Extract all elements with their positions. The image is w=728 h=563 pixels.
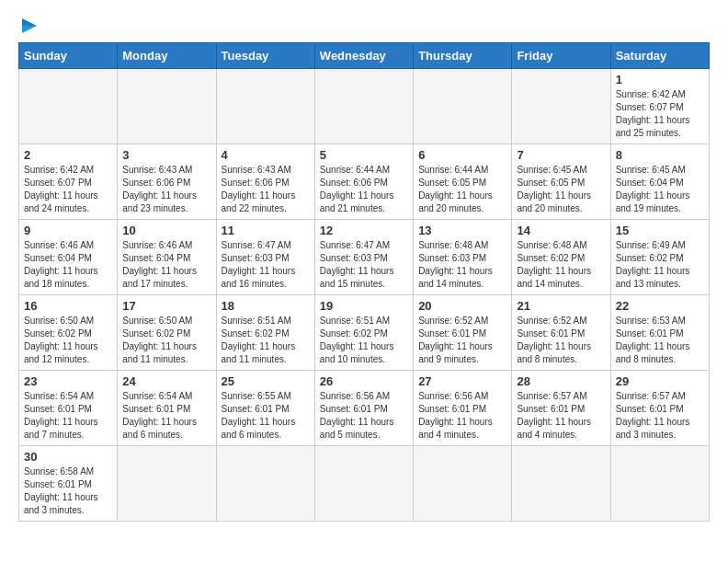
day-number: 12 (320, 224, 408, 237)
calendar-cell (414, 69, 512, 144)
day-number: 17 (122, 299, 210, 313)
day-number: 10 (122, 224, 210, 237)
day-info: Sunrise: 6:43 AM Sunset: 6:06 PM Dayligh… (122, 164, 210, 215)
day-info: Sunrise: 6:54 AM Sunset: 6:01 PM Dayligh… (122, 390, 210, 442)
day-number: 20 (418, 299, 506, 313)
day-info: Sunrise: 6:44 AM Sunset: 6:05 PM Dayligh… (418, 164, 506, 215)
day-info: Sunrise: 6:52 AM Sunset: 6:01 PM Dayligh… (517, 315, 605, 366)
day-info: Sunrise: 6:48 AM Sunset: 6:02 PM Dayligh… (517, 239, 605, 291)
calendar-cell: 25Sunrise: 6:55 AM Sunset: 6:01 PM Dayli… (216, 371, 314, 446)
calendar-cell: 19Sunrise: 6:51 AM Sunset: 6:02 PM Dayli… (314, 295, 413, 371)
calendar-cell: 28Sunrise: 6:57 AM Sunset: 6:01 PM Dayli… (512, 371, 610, 446)
week-row-4: 16Sunrise: 6:50 AM Sunset: 6:02 PM Dayli… (19, 295, 710, 371)
calendar-table: SundayMondayTuesdayWednesdayThursdayFrid… (18, 42, 710, 522)
calendar-cell: 17Sunrise: 6:50 AM Sunset: 6:02 PM Dayli… (118, 295, 216, 371)
day-info: Sunrise: 6:53 AM Sunset: 6:01 PM Dayligh… (616, 315, 704, 366)
day-number: 22 (616, 299, 704, 313)
day-info: Sunrise: 6:46 AM Sunset: 6:04 PM Dayligh… (122, 239, 210, 291)
calendar-cell: 8Sunrise: 6:45 AM Sunset: 6:04 PM Daylig… (610, 144, 709, 220)
week-row-2: 2Sunrise: 6:42 AM Sunset: 6:07 PM Daylig… (19, 144, 710, 220)
col-header-monday: Monday (118, 43, 216, 69)
calendar-cell: 7Sunrise: 6:45 AM Sunset: 6:05 PM Daylig… (512, 144, 610, 220)
calendar-header-row: SundayMondayTuesdayWednesdayThursdayFrid… (19, 43, 710, 69)
day-number: 14 (517, 224, 605, 237)
day-number: 24 (122, 374, 210, 388)
day-number: 21 (517, 299, 605, 313)
day-number: 1 (616, 73, 704, 86)
day-number: 5 (320, 148, 408, 162)
calendar-cell: 16Sunrise: 6:50 AM Sunset: 6:02 PM Dayli… (19, 295, 118, 371)
calendar-cell: 22Sunrise: 6:53 AM Sunset: 6:01 PM Dayli… (610, 295, 709, 371)
calendar-cell: 6Sunrise: 6:44 AM Sunset: 6:05 PM Daylig… (414, 144, 512, 220)
col-header-thursday: Thursday (414, 43, 512, 69)
calendar-cell: 1Sunrise: 6:42 AM Sunset: 6:07 PM Daylig… (610, 69, 709, 144)
calendar-cell: 27Sunrise: 6:56 AM Sunset: 6:01 PM Dayli… (414, 371, 512, 446)
day-info: Sunrise: 6:57 AM Sunset: 6:01 PM Dayligh… (517, 390, 605, 442)
day-number: 9 (24, 224, 112, 237)
day-info: Sunrise: 6:55 AM Sunset: 6:01 PM Dayligh… (222, 390, 310, 442)
day-info: Sunrise: 6:51 AM Sunset: 6:02 PM Dayligh… (222, 315, 310, 366)
calendar-cell: 10Sunrise: 6:46 AM Sunset: 6:04 PM Dayli… (118, 220, 216, 295)
calendar-cell: 5Sunrise: 6:44 AM Sunset: 6:06 PM Daylig… (314, 144, 413, 220)
day-info: Sunrise: 6:45 AM Sunset: 6:04 PM Dayligh… (616, 164, 704, 215)
calendar-cell: 13Sunrise: 6:48 AM Sunset: 6:03 PM Dayli… (414, 220, 512, 295)
col-header-saturday: Saturday (610, 43, 709, 69)
calendar-cell (314, 69, 413, 144)
page-header (18, 18, 710, 33)
calendar-cell (414, 446, 512, 522)
day-info: Sunrise: 6:44 AM Sunset: 6:06 PM Dayligh… (320, 164, 408, 215)
calendar-cell: 18Sunrise: 6:51 AM Sunset: 6:02 PM Dayli… (216, 295, 314, 371)
calendar-cell: 11Sunrise: 6:47 AM Sunset: 6:03 PM Dayli… (216, 220, 314, 295)
calendar-cell: 9Sunrise: 6:46 AM Sunset: 6:04 PM Daylig… (19, 220, 118, 295)
day-number: 2 (24, 148, 112, 162)
calendar-cell: 24Sunrise: 6:54 AM Sunset: 6:01 PM Dayli… (118, 371, 216, 446)
day-number: 16 (24, 299, 112, 313)
calendar-cell (216, 69, 314, 144)
day-number: 26 (320, 374, 408, 388)
day-number: 29 (616, 374, 704, 388)
calendar-cell (19, 69, 118, 144)
week-row-1: 1Sunrise: 6:42 AM Sunset: 6:07 PM Daylig… (19, 69, 710, 144)
day-info: Sunrise: 6:45 AM Sunset: 6:05 PM Dayligh… (517, 164, 605, 215)
day-info: Sunrise: 6:47 AM Sunset: 6:03 PM Dayligh… (222, 239, 310, 291)
day-number: 4 (222, 148, 310, 162)
day-info: Sunrise: 6:58 AM Sunset: 6:01 PM Dayligh… (24, 465, 112, 517)
calendar-cell: 23Sunrise: 6:54 AM Sunset: 6:01 PM Dayli… (19, 371, 118, 446)
day-info: Sunrise: 6:56 AM Sunset: 6:01 PM Dayligh… (418, 390, 506, 442)
day-number: 25 (222, 374, 310, 388)
calendar-cell (314, 446, 413, 522)
calendar-cell (610, 446, 709, 522)
day-info: Sunrise: 6:50 AM Sunset: 6:02 PM Dayligh… (122, 315, 210, 366)
calendar-cell: 2Sunrise: 6:42 AM Sunset: 6:07 PM Daylig… (19, 144, 118, 220)
week-row-3: 9Sunrise: 6:46 AM Sunset: 6:04 PM Daylig… (19, 220, 710, 295)
calendar-cell: 29Sunrise: 6:57 AM Sunset: 6:01 PM Dayli… (610, 371, 709, 446)
calendar-cell: 14Sunrise: 6:48 AM Sunset: 6:02 PM Dayli… (512, 220, 610, 295)
logo (18, 18, 37, 33)
day-number: 28 (517, 374, 605, 388)
day-number: 7 (517, 148, 605, 162)
calendar-cell (512, 69, 610, 144)
col-header-wednesday: Wednesday (314, 43, 413, 69)
day-info: Sunrise: 6:57 AM Sunset: 6:01 PM Dayligh… (616, 390, 704, 442)
col-header-friday: Friday (512, 43, 610, 69)
day-number: 11 (222, 224, 310, 237)
day-number: 8 (616, 148, 704, 162)
calendar-cell (118, 446, 216, 522)
day-number: 6 (418, 148, 506, 162)
day-number: 30 (24, 450, 112, 464)
calendar-cell: 26Sunrise: 6:56 AM Sunset: 6:01 PM Dayli… (314, 371, 413, 446)
calendar-cell (512, 446, 610, 522)
day-info: Sunrise: 6:47 AM Sunset: 6:03 PM Dayligh… (320, 239, 408, 291)
calendar-cell: 12Sunrise: 6:47 AM Sunset: 6:03 PM Dayli… (314, 220, 413, 295)
day-info: Sunrise: 6:42 AM Sunset: 6:07 PM Dayligh… (24, 164, 112, 215)
day-number: 3 (122, 148, 210, 162)
day-info: Sunrise: 6:50 AM Sunset: 6:02 PM Dayligh… (24, 315, 112, 366)
day-number: 15 (616, 224, 704, 237)
day-number: 19 (320, 299, 408, 313)
day-info: Sunrise: 6:46 AM Sunset: 6:04 PM Dayligh… (24, 239, 112, 291)
day-number: 18 (222, 299, 310, 313)
day-info: Sunrise: 6:43 AM Sunset: 6:06 PM Dayligh… (222, 164, 310, 215)
day-number: 23 (24, 374, 112, 388)
calendar-cell: 20Sunrise: 6:52 AM Sunset: 6:01 PM Dayli… (414, 295, 512, 371)
calendar-cell (118, 69, 216, 144)
